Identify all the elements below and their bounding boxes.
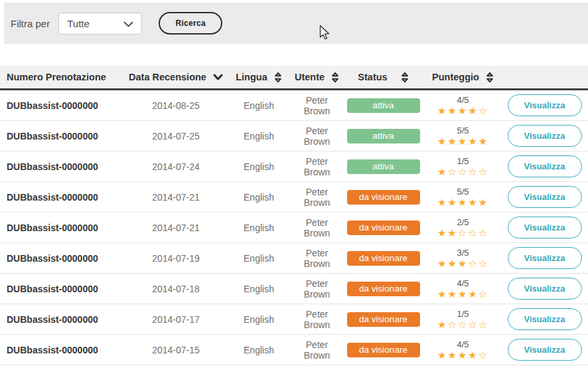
score-value: 5/5 — [457, 187, 469, 197]
language: English — [226, 314, 292, 325]
reviews-table: Numero Prenotazione Data Recensione Ling… — [0, 66, 588, 365]
header-lingua[interactable]: Lingua — [226, 72, 292, 83]
view-button[interactable]: Visualizza — [508, 217, 582, 238]
table-row: DUBbassist-0000000 2014-07-24 English Pe… — [0, 151, 588, 182]
star-rating-icon: ★☆☆☆☆ — [437, 167, 488, 177]
language: English — [226, 192, 292, 203]
status-badge: da visionare — [347, 251, 420, 266]
view-button[interactable]: Visualizza — [508, 247, 582, 269]
filter-dropdown[interactable]: Tutte — [58, 13, 142, 35]
user-name: Peter Brown — [292, 339, 342, 361]
user-name: Peter Brown — [292, 126, 342, 147]
booking-number: DUBbassist-0000000 — [0, 345, 126, 355]
score-value: 3/5 — [457, 248, 469, 258]
header-utente[interactable]: Utente — [292, 72, 342, 83]
table-row: DUBbassist-0000000 2014-07-17 English Pe… — [0, 304, 588, 335]
status-badge: attiva — [347, 159, 420, 174]
search-button[interactable]: Ricerca — [159, 12, 222, 35]
view-button[interactable]: Visualizza — [508, 155, 582, 177]
score-value: 1/5 — [457, 156, 469, 167]
view-button[interactable]: Visualizza — [508, 125, 582, 147]
filter-bar: Filtra per Tutte Ricerca — [4, 3, 588, 44]
status-badge: da visionare — [347, 282, 420, 296]
sort-both-icon[interactable] — [401, 72, 409, 83]
header-data-recensione[interactable]: Data Recensione — [126, 72, 226, 82]
score-value: 1/5 — [457, 309, 469, 320]
star-rating-icon: ★★★☆☆ — [437, 258, 488, 269]
view-button[interactable]: Visualizza — [508, 339, 582, 361]
table-row: DUBbassist-0000000 2014-07-25 English Pe… — [0, 121, 588, 151]
booking-number: DUBbassist-0000000 — [0, 131, 126, 141]
review-date: 2014-07-21 — [126, 192, 226, 203]
view-button[interactable]: Visualizza — [508, 94, 582, 116]
booking-number: DUBbassist-0000000 — [0, 192, 126, 203]
booking-number: DUBbassist-0000000 — [0, 223, 126, 233]
score-value: 2/5 — [457, 217, 469, 228]
table-header-row: Numero Prenotazione Data Recensione Ling… — [0, 66, 588, 90]
table-body: DUBbassist-0000000 2014-08-25 English Pe… — [0, 90, 588, 365]
booking-number: DUBbassist-0000000 — [0, 314, 126, 325]
language: English — [226, 284, 292, 294]
booking-number: DUBbassist-0000000 — [0, 161, 126, 172]
sort-both-icon[interactable] — [486, 72, 494, 83]
score-cell: 5/5 ★★★★★ — [437, 126, 488, 147]
score-cell: 4/5 ★★★★☆ — [437, 339, 488, 361]
status-badge: da visionare — [347, 343, 420, 357]
review-date: 2014-07-19 — [126, 253, 226, 264]
user-name: Peter Brown — [292, 217, 342, 238]
booking-number: DUBbassist-0000000 — [0, 284, 126, 294]
user-name: Peter Brown — [292, 309, 342, 330]
star-rating-icon: ★★★★☆ — [437, 106, 488, 116]
status-badge: da visionare — [347, 312, 420, 327]
user-name: Peter Brown — [292, 278, 342, 300]
view-button[interactable]: Visualizza — [508, 186, 582, 208]
table-row: DUBbassist-0000000 2014-07-15 English Pe… — [0, 335, 588, 365]
score-cell: 3/5 ★★★☆☆ — [437, 248, 488, 269]
header-status[interactable]: Status — [342, 72, 425, 83]
score-value: 4/5 — [457, 339, 469, 350]
star-rating-icon: ★★☆☆☆ — [437, 228, 488, 238]
table-row: DUBbassist-0000000 2014-08-25 English Pe… — [0, 90, 588, 121]
star-rating-icon: ★☆☆☆☆ — [437, 320, 488, 330]
review-date: 2014-07-18 — [126, 284, 226, 294]
review-date: 2014-07-17 — [126, 314, 226, 325]
score-cell: 5/5 ★★★★★ — [437, 187, 488, 208]
view-button[interactable]: Visualizza — [508, 308, 582, 330]
status-badge: attiva — [347, 98, 420, 113]
star-rating-icon: ★★★★★ — [437, 197, 488, 208]
booking-number: DUBbassist-0000000 — [0, 253, 126, 264]
language: English — [226, 161, 292, 172]
star-rating-icon: ★★★★☆ — [437, 289, 488, 300]
star-rating-icon: ★★★★☆ — [437, 350, 488, 361]
table-row: DUBbassist-0000000 2014-07-18 English Pe… — [0, 274, 588, 304]
booking-number: DUBbassist-0000000 — [0, 100, 126, 111]
star-rating-icon: ★★★★★ — [437, 136, 488, 147]
user-name: Peter Brown — [292, 95, 342, 116]
table-row: DUBbassist-0000000 2014-07-19 English Pe… — [0, 243, 588, 274]
view-button[interactable]: Visualizza — [508, 278, 582, 300]
review-date: 2014-07-25 — [126, 131, 226, 141]
header-numero-prenotazione: Numero Prenotazione — [0, 72, 126, 82]
user-name: Peter Brown — [292, 248, 342, 269]
language: English — [226, 223, 292, 233]
sort-desc-icon[interactable] — [213, 74, 223, 80]
score-value: 4/5 — [457, 278, 469, 289]
filter-dropdown-value: Tutte — [67, 18, 90, 29]
score-cell: 1/5 ★☆☆☆☆ — [437, 309, 488, 330]
score-value: 5/5 — [457, 126, 469, 136]
language: English — [226, 131, 292, 141]
score-value: 4/5 — [457, 95, 469, 106]
review-date: 2014-07-24 — [126, 161, 226, 172]
header-punteggio[interactable]: Punteggio — [425, 72, 501, 83]
language: English — [226, 100, 292, 111]
chevron-down-icon — [123, 18, 133, 29]
language: English — [226, 345, 292, 355]
score-cell: 2/5 ★★☆☆☆ — [437, 217, 488, 238]
sort-both-icon[interactable] — [331, 72, 339, 83]
table-row: DUBbassist-0000000 2014-07-21 English Pe… — [0, 213, 588, 243]
status-badge: attiva — [347, 129, 420, 143]
sort-both-icon[interactable] — [274, 72, 282, 83]
score-cell: 4/5 ★★★★☆ — [437, 278, 488, 300]
review-date: 2014-08-25 — [126, 100, 226, 111]
review-date: 2014-07-15 — [126, 345, 226, 355]
